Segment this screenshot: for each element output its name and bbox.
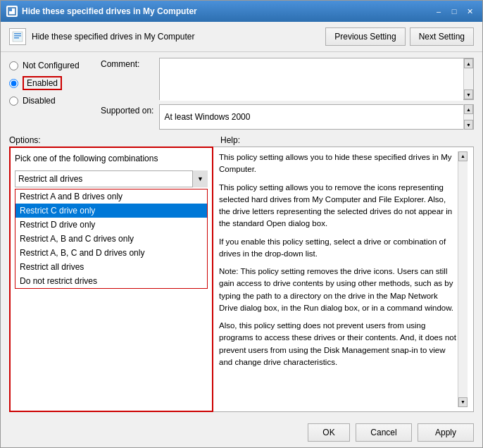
- dropdown-item-4[interactable]: Restrict A, B, C and D drives only: [15, 246, 207, 260]
- radio-not-configured[interactable]: Not Configured: [9, 61, 101, 70]
- supported-value: At least Windows 2000: [160, 109, 463, 125]
- dropdown-item-2[interactable]: Restrict D drive only: [15, 218, 207, 232]
- dropdown-list: Restrict A and B drives only Restrict C …: [15, 189, 208, 289]
- svg-rect-5: [14, 37, 19, 39]
- supported-scroll-down[interactable]: ▼: [464, 120, 473, 130]
- right-fields: Comment: ▲ ▼ Supported on: At least Wind…: [101, 58, 474, 130]
- dropdown-item-0[interactable]: Restrict A and B drives only: [15, 189, 207, 204]
- dropdown-item-5[interactable]: Restrict all drives: [15, 260, 207, 274]
- apply-button[interactable]: Apply: [418, 423, 474, 442]
- disabled-label: Disabled: [23, 96, 56, 106]
- cancel-button[interactable]: Cancel: [356, 423, 412, 442]
- title-controls: – □ ✕: [432, 4, 477, 18]
- svg-rect-1: [9, 8, 12, 11]
- help-para-3: Note: This policy setting removes the dr…: [219, 266, 458, 314]
- supported-scroll-up[interactable]: ▲: [464, 104, 473, 114]
- radio-enabled[interactable]: Enabled: [9, 76, 101, 90]
- options-description: Pick one of the following combinations: [15, 154, 208, 163]
- options-help-section: Pick one of the following combinations R…: [1, 147, 482, 418]
- options-body: Pick one of the following combinations R…: [11, 148, 212, 294]
- supported-scroll-thumb: [464, 114, 473, 120]
- options-section-label: Options:: [9, 135, 220, 145]
- policy-icon: [9, 28, 26, 45]
- comment-textarea-wrapper: ▲ ▼: [159, 58, 474, 100]
- radio-group: Not Configured Enabled Disabled: [9, 58, 101, 130]
- supported-field-row: Supported on: At least Windows 2000 ▲ ▼: [101, 104, 474, 130]
- not-configured-label: Not Configured: [23, 61, 80, 70]
- help-scrollbar: ▲ ▼: [458, 151, 468, 407]
- help-section-label: Help:: [220, 135, 474, 145]
- scrollbar-thumb: [464, 68, 473, 89]
- supported-scrollbar: ▲ ▼: [463, 104, 473, 130]
- help-scroll-up[interactable]: ▲: [458, 151, 468, 161]
- close-button[interactable]: ✕: [463, 4, 477, 18]
- window-title: Hide these specified drives in My Comput…: [22, 6, 197, 16]
- enabled-label: Enabled: [23, 76, 62, 90]
- dropdown-trigger[interactable]: Restrict all drives ▼: [15, 170, 208, 187]
- svg-rect-4: [14, 35, 21, 37]
- help-scroll-down[interactable]: ▼: [458, 397, 468, 407]
- scrollbar-up-arrow[interactable]: ▲: [464, 58, 473, 68]
- help-text: This policy setting allows you to hide t…: [219, 151, 458, 407]
- supported-label: Supported on:: [101, 104, 153, 116]
- ok-button[interactable]: OK: [308, 423, 350, 442]
- title-bar: Hide these specified drives in My Comput…: [1, 1, 482, 22]
- help-panel: This policy setting allows you to hide t…: [213, 147, 474, 412]
- dropdown-value: Restrict all drives: [15, 174, 207, 184]
- dropdown-wrapper: Restrict all drives ▼ Restrict A and B d…: [15, 170, 208, 289]
- dropdown-item-3[interactable]: Restrict A, B and C drives only: [15, 232, 207, 246]
- previous-setting-button[interactable]: Previous Setting: [325, 27, 405, 46]
- help-para-4: Also, this policy setting does not preve…: [219, 320, 458, 368]
- help-para-0: This policy setting allows you to hide t…: [219, 151, 458, 176]
- supported-wrapper: At least Windows 2000 ▲ ▼: [159, 104, 474, 130]
- maximize-button[interactable]: □: [447, 4, 461, 18]
- window-icon: [6, 6, 18, 17]
- policy-title: Hide these specified drives in My Comput…: [32, 32, 320, 42]
- main-content: Not Configured Enabled Disabled Comment:: [1, 52, 482, 447]
- comment-scrollbar: ▲ ▼: [463, 58, 473, 99]
- dropdown-item-6[interactable]: Do not restrict drives: [15, 274, 207, 288]
- radio-disabled[interactable]: Disabled: [9, 96, 101, 106]
- policy-header: Hide these specified drives in My Comput…: [1, 22, 482, 52]
- comment-label: Comment:: [101, 58, 153, 69]
- help-para-2: If you enable this policy setting, selec…: [219, 236, 458, 261]
- minimize-button[interactable]: –: [432, 4, 446, 18]
- comment-textarea[interactable]: [160, 58, 463, 101]
- scrollbar-down-arrow[interactable]: ▼: [464, 89, 473, 99]
- svg-rect-3: [14, 33, 21, 35]
- help-scroll-thumb: [458, 161, 468, 397]
- comment-field-row: Comment: ▲ ▼: [101, 58, 474, 100]
- title-bar-left: Hide these specified drives in My Comput…: [6, 6, 197, 17]
- bottom-bar: OK Cancel Apply: [1, 418, 482, 447]
- next-setting-button[interactable]: Next Setting: [410, 27, 474, 46]
- help-para-1: This policy setting allows you to remove…: [219, 182, 458, 230]
- header-buttons: Previous Setting Next Setting: [325, 27, 474, 46]
- section-labels: Options: Help:: [1, 132, 482, 147]
- top-section: Not Configured Enabled Disabled Comment:: [1, 52, 482, 132]
- main-window: Hide these specified drives in My Comput…: [0, 0, 483, 448]
- options-panel: Pick one of the following combinations R…: [9, 147, 213, 412]
- help-body: This policy setting allows you to hide t…: [213, 147, 473, 411]
- dropdown-item-1[interactable]: Restrict C drive only: [15, 204, 207, 218]
